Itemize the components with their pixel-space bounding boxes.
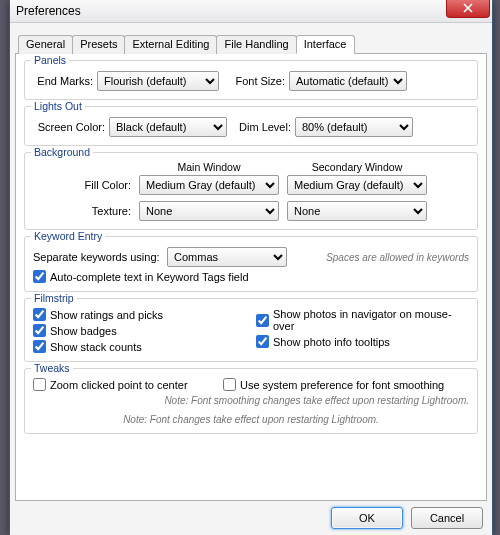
tabpage-interface: Panels End Marks: Flourish (default) Fon… [15, 54, 487, 501]
ok-button[interactable]: OK [331, 507, 403, 529]
group-tweaks: Tweaks Zoom clicked point to center Use … [24, 368, 478, 434]
tab-file-handling[interactable]: File Handling [216, 35, 296, 54]
note-font-changes: Note: Font changes take effect upon rest… [33, 414, 469, 425]
label-font-smoothing: Use system preference for font smoothing [240, 379, 444, 391]
check-show-tooltips[interactable]: Show photo info tooltips [256, 335, 469, 348]
checkbox-font-smoothing[interactable] [223, 378, 236, 391]
label-show-badges: Show badges [50, 325, 117, 337]
label-font-size: Font Size: [233, 75, 285, 87]
group-keyword-entry: Keyword Entry Separate keywords using: C… [24, 236, 478, 292]
label-end-marks: End Marks: [33, 75, 93, 87]
close-button[interactable] [446, 0, 490, 18]
titlebar: Preferences [10, 0, 492, 23]
tab-presets[interactable]: Presets [72, 35, 125, 54]
checkbox-show-tooltips[interactable] [256, 335, 269, 348]
tab-general[interactable]: General [18, 35, 73, 54]
check-show-navigator[interactable]: Show photos in navigator on mouse-over [256, 308, 469, 332]
combo-texture-main[interactable]: None [139, 201, 279, 221]
preferences-window: Preferences General Presets External Edi… [9, 0, 493, 535]
label-separate-keywords: Separate keywords using: [33, 251, 163, 263]
checkbox-show-ratings[interactable] [33, 308, 46, 321]
window-title: Preferences [16, 4, 81, 18]
check-show-stack[interactable]: Show stack counts [33, 340, 246, 353]
check-font-smoothing[interactable]: Use system preference for font smoothing [223, 378, 469, 391]
client-area: General Presets External Editing File Ha… [10, 23, 492, 535]
tab-bar: General Presets External Editing File Ha… [15, 34, 487, 54]
close-icon [463, 3, 473, 13]
label-autocomplete: Auto-complete text in Keyword Tags field [50, 271, 249, 283]
check-show-ratings[interactable]: Show ratings and picks [33, 308, 246, 321]
label-fill-color: Fill Color: [33, 179, 131, 191]
check-zoom-center[interactable]: Zoom clicked point to center [33, 378, 213, 391]
label-show-tooltips: Show photo info tooltips [273, 336, 390, 348]
cancel-button[interactable]: Cancel [411, 507, 483, 529]
checkbox-autocomplete[interactable] [33, 270, 46, 283]
tab-interface[interactable]: Interface [296, 35, 355, 54]
combo-screen-color[interactable]: Black (default) [109, 117, 227, 137]
label-secondary-window: Secondary Window [287, 161, 427, 175]
group-title-lights-out: Lights Out [31, 100, 85, 112]
group-title-keyword-entry: Keyword Entry [31, 230, 105, 242]
label-zoom-center: Zoom clicked point to center [50, 379, 188, 391]
group-title-background: Background [31, 146, 93, 158]
dialog-footer: OK Cancel [15, 501, 487, 529]
tab-external-editing[interactable]: External Editing [124, 35, 217, 54]
label-show-navigator: Show photos in navigator on mouse-over [273, 308, 469, 332]
label-main-window: Main Window [139, 161, 279, 175]
combo-dim-level[interactable]: 80% (default) [295, 117, 413, 137]
label-show-stack: Show stack counts [50, 341, 142, 353]
group-title-filmstrip: Filmstrip [31, 292, 77, 304]
group-panels: Panels End Marks: Flourish (default) Fon… [24, 60, 478, 100]
combo-font-size[interactable]: Automatic (default) [289, 71, 407, 91]
note-font-smoothing: Note: Font smoothing changes take effect… [33, 395, 469, 406]
check-show-badges[interactable]: Show badges [33, 324, 246, 337]
checkbox-show-navigator[interactable] [256, 314, 269, 327]
checkbox-zoom-center[interactable] [33, 378, 46, 391]
label-show-ratings: Show ratings and picks [50, 309, 163, 321]
checkbox-show-badges[interactable] [33, 324, 46, 337]
group-filmstrip: Filmstrip Show ratings and picks Show ba… [24, 298, 478, 362]
label-texture: Texture: [33, 205, 131, 217]
combo-texture-secondary[interactable]: None [287, 201, 427, 221]
group-background: Background Main Window Secondary Window … [24, 152, 478, 230]
group-lights-out: Lights Out Screen Color: Black (default)… [24, 106, 478, 146]
group-title-panels: Panels [31, 54, 69, 66]
group-title-tweaks: Tweaks [31, 362, 73, 374]
combo-end-marks[interactable]: Flourish (default) [97, 71, 219, 91]
label-dim-level: Dim Level: [237, 121, 291, 133]
check-autocomplete[interactable]: Auto-complete text in Keyword Tags field [33, 270, 469, 283]
combo-separate-keywords[interactable]: Commas [167, 247, 287, 267]
combo-fill-color-main[interactable]: Medium Gray (default) [139, 175, 279, 195]
hint-keywords-spaces: Spaces are allowed in keywords [326, 252, 469, 263]
label-screen-color: Screen Color: [33, 121, 105, 133]
combo-fill-color-secondary[interactable]: Medium Gray (default) [287, 175, 427, 195]
checkbox-show-stack[interactable] [33, 340, 46, 353]
